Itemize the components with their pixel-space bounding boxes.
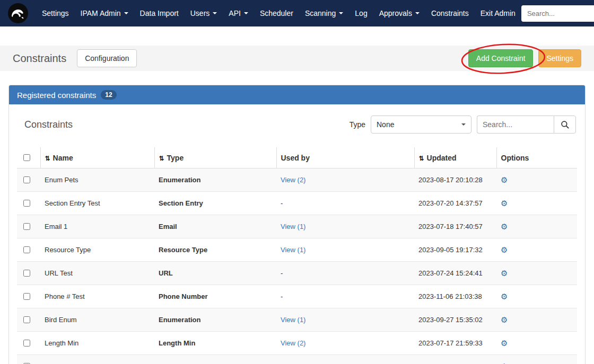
table-search-group xyxy=(477,116,576,134)
cell-name: Length Max xyxy=(40,355,154,364)
nav-item-constraints[interactable]: Constraints xyxy=(425,0,475,26)
table-search-input[interactable] xyxy=(477,116,554,134)
top-navbar: SettingsIPAM AdminData ImportUsersAPISch… xyxy=(0,0,594,26)
type-filter-select[interactable]: None xyxy=(371,116,471,134)
nav-item-label: Exit Admin xyxy=(481,9,516,17)
table-row: Resource TypeResource TypeView (1)2023-0… xyxy=(17,238,577,262)
nav-item-data-import[interactable]: Data Import xyxy=(134,0,185,26)
nav-item-api[interactable]: API xyxy=(223,0,254,26)
cell-updated: 2023-07-20 14:37:57 xyxy=(414,192,496,215)
used-by-empty: - xyxy=(281,199,283,207)
gear-icon[interactable]: ⚙ xyxy=(501,362,508,364)
gear-icon[interactable]: ⚙ xyxy=(501,292,508,301)
column-header-updated[interactable]: ⇅Updated xyxy=(414,147,496,168)
cell-options: ⚙ xyxy=(496,238,577,262)
cell-name: URL Test xyxy=(40,262,154,285)
navbar-search-input[interactable] xyxy=(521,5,594,22)
nav-item-approvals[interactable]: Approvals xyxy=(373,0,425,26)
panel-title: Registered constraints xyxy=(17,91,96,100)
cell-options: ⚙ xyxy=(496,332,577,355)
panel-body: Constraints Type None xyxy=(9,104,585,364)
gear-icon[interactable]: ⚙ xyxy=(501,222,508,231)
nav-item-scanning[interactable]: Scanning xyxy=(299,0,349,26)
row-checkbox[interactable] xyxy=(23,200,30,207)
constraints-table: ⇅Name⇅TypeUsed by⇅UpdatedOptions Enum Pe… xyxy=(17,147,577,364)
row-checkbox[interactable] xyxy=(23,176,30,183)
nav-item-label: Scheduler xyxy=(260,9,293,17)
cell-updated: 2023-09-05 19:17:32 xyxy=(414,238,496,262)
cell-updated: 2023-07-24 15:24:41 xyxy=(414,262,496,285)
column-header-options: Options xyxy=(496,147,577,168)
gear-icon[interactable]: ⚙ xyxy=(501,199,508,208)
type-filter-label: Type xyxy=(350,120,365,129)
configuration-button[interactable]: Configuration xyxy=(77,49,137,68)
cell-options: ⚙ xyxy=(496,285,577,308)
cell-updated: 2023-07-17 21:59:33 xyxy=(414,332,496,355)
gear-icon[interactable]: ⚙ xyxy=(501,245,508,254)
gear-icon[interactable]: ⚙ xyxy=(501,175,508,184)
logo-icon[interactable] xyxy=(7,3,29,24)
used-by-link[interactable]: View (1) xyxy=(281,223,305,230)
cell-name: Resource Type xyxy=(40,238,154,262)
table-row: Length MinLength MinView (2)2023-07-17 2… xyxy=(17,332,577,355)
row-checkbox[interactable] xyxy=(23,246,30,253)
nav-item-ipam-admin[interactable]: IPAM Admin xyxy=(75,0,134,26)
nav-item-settings[interactable]: Settings xyxy=(36,0,75,26)
nav-item-users[interactable]: Users xyxy=(185,0,223,26)
gear-icon[interactable]: ⚙ xyxy=(501,315,508,324)
used-by-empty: - xyxy=(281,269,283,277)
cell-options: ⚙ xyxy=(496,308,577,332)
table-row: Enum PetsEnumerationView (2)2023-08-17 2… xyxy=(17,168,577,192)
cell-updated: 2023-09-27 15:35:02 xyxy=(414,308,496,332)
nav-item-label: IPAM Admin xyxy=(81,9,121,17)
registered-constraints-panel: Registered constraints 12 Constraints Ty… xyxy=(8,85,586,364)
row-checkbox[interactable] xyxy=(23,223,30,230)
table-row: URL TestURL-2023-07-24 15:24:41⚙ xyxy=(17,262,577,285)
nav-item-label: Log xyxy=(355,9,367,17)
nav-item-scheduler[interactable]: Scheduler xyxy=(254,0,299,26)
gear-icon[interactable]: ⚙ xyxy=(501,269,508,278)
cell-options: ⚙ xyxy=(496,192,577,215)
cell-type: Enumeration xyxy=(154,308,276,332)
cell-used-by: View (2) xyxy=(276,168,414,192)
nav-item-label: Users xyxy=(190,9,210,17)
row-checkbox[interactable] xyxy=(23,270,30,277)
cell-name: Enum Pets xyxy=(40,168,154,192)
row-checkbox[interactable] xyxy=(23,293,30,300)
cell-updated: 2023-11-06 21:03:38 xyxy=(414,285,496,308)
used-by-link[interactable]: View (2) xyxy=(281,339,305,347)
nav-item-label: Data Import xyxy=(140,9,179,17)
row-checkbox[interactable] xyxy=(23,340,30,347)
cell-options: ⚙ xyxy=(496,355,577,364)
nav-item-label: Scanning xyxy=(305,9,336,17)
table-header-row: ⇅Name⇅TypeUsed by⇅UpdatedOptions xyxy=(17,147,577,168)
nav-item-log[interactable]: Log xyxy=(349,0,373,26)
cell-used-by: View (2) xyxy=(276,332,414,355)
cell-used-by: - xyxy=(276,285,414,308)
column-header-name[interactable]: ⇅Name xyxy=(40,147,154,168)
select-all-checkbox[interactable] xyxy=(23,154,30,161)
row-checkbox[interactable] xyxy=(23,316,30,323)
table-row: Bird EnumEnumerationView (1)2023-09-27 1… xyxy=(17,308,577,332)
nav-item-exit-admin[interactable]: Exit Admin xyxy=(475,0,521,26)
used-by-link[interactable]: View (2) xyxy=(281,176,305,184)
table-row: Section Entry TestSection Entry-2023-07-… xyxy=(17,192,577,215)
sort-icon: ⇅ xyxy=(159,155,164,162)
cell-options: ⚙ xyxy=(496,215,577,238)
cell-type: Length Max xyxy=(154,355,276,364)
chevron-down-icon xyxy=(213,12,217,16)
page-title: Constraints xyxy=(13,52,66,65)
add-constraint-button[interactable]: Add Constraint xyxy=(468,49,534,68)
type-filter-value: None xyxy=(377,120,394,129)
column-header-type[interactable]: ⇅Type xyxy=(154,147,276,168)
chevron-down-icon xyxy=(339,12,343,16)
cell-type: URL xyxy=(154,262,276,285)
used-by-link[interactable]: View (1) xyxy=(281,246,305,254)
gear-icon[interactable]: ⚙ xyxy=(501,339,508,348)
settings-button[interactable]: Settings xyxy=(538,49,581,68)
used-by-link[interactable]: View (1) xyxy=(281,316,305,324)
table-search-button[interactable] xyxy=(554,116,576,134)
sort-icon: ⇅ xyxy=(419,155,424,162)
table-row: Phone # TestPhone Number-2023-11-06 21:0… xyxy=(17,285,577,308)
table-toolbar: Constraints Type None xyxy=(17,112,577,137)
